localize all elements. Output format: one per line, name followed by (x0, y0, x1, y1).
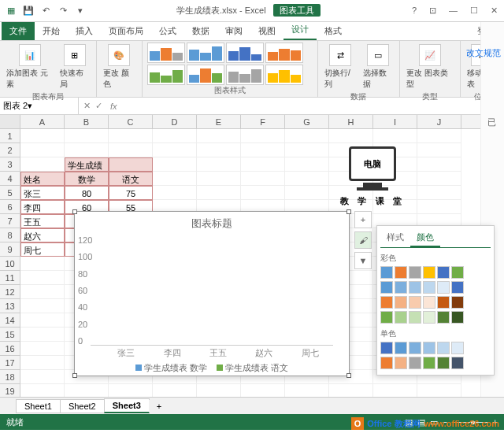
row-header[interactable]: 2 (0, 143, 20, 157)
col-header[interactable]: J (417, 115, 461, 128)
color-swatch[interactable] (437, 281, 450, 294)
color-swatch[interactable] (395, 357, 407, 369)
tab-formulas[interactable]: 公式 (151, 22, 184, 40)
cell[interactable] (20, 299, 65, 313)
color-swatch[interactable] (409, 311, 421, 324)
cell[interactable] (241, 157, 285, 172)
color-swatch[interactable] (395, 281, 407, 294)
color-swatch[interactable] (409, 266, 421, 279)
cell[interactable] (109, 143, 153, 157)
tab-view[interactable]: 视图 (250, 22, 284, 40)
style-thumb-5[interactable] (147, 65, 185, 85)
cell[interactable] (20, 157, 65, 172)
color-swatch[interactable] (380, 357, 393, 369)
cell[interactable] (109, 384, 153, 397)
style-thumb-7[interactable] (226, 65, 264, 85)
row-header[interactable]: 15 (0, 328, 20, 342)
enter-formula-icon[interactable]: ✓ (95, 101, 102, 111)
row-header[interactable]: 1 (0, 129, 20, 143)
row-header[interactable]: 5 (0, 186, 20, 200)
col-header[interactable]: F (241, 115, 285, 128)
cell[interactable] (329, 129, 373, 143)
switch-row-col-button[interactable]: ⇄ 切换行/列 (323, 43, 358, 91)
cell[interactable]: 80 (65, 186, 109, 200)
chart-styles-gallery[interactable] (147, 43, 313, 85)
side-link[interactable]: 改文规范 (466, 47, 501, 59)
col-header[interactable]: E (197, 115, 241, 128)
cell[interactable] (197, 186, 241, 200)
row-header[interactable]: 8 (0, 228, 20, 242)
style-thumb-4[interactable] (265, 43, 303, 63)
cell[interactable] (417, 384, 461, 397)
cell[interactable] (20, 328, 65, 342)
row-header[interactable]: 16 (0, 342, 20, 356)
resize-handle[interactable] (346, 373, 351, 378)
chart-legend[interactable]: 学生成绩表 数学学生成绩表 语文 (75, 359, 349, 377)
cell[interactable] (153, 186, 197, 200)
cancel-formula-icon[interactable]: ✕ (83, 101, 91, 111)
row-header[interactable]: 9 (0, 242, 20, 257)
cell[interactable]: 张三 (20, 186, 65, 200)
color-swatch[interactable] (423, 311, 435, 324)
cell[interactable] (153, 384, 197, 397)
row-header[interactable]: 14 (0, 313, 20, 328)
row-header[interactable]: 18 (0, 370, 20, 384)
chart-plot-area[interactable]: 020406080100120 (75, 235, 349, 346)
cell[interactable] (197, 157, 241, 172)
cell[interactable] (20, 257, 65, 271)
tab-review[interactable]: 审阅 (217, 22, 250, 40)
color-swatch[interactable] (423, 357, 435, 369)
col-header[interactable]: A (20, 115, 65, 128)
color-swatch[interactable] (437, 357, 450, 369)
cell[interactable] (20, 356, 65, 370)
col-header[interactable]: D (153, 115, 197, 128)
sheet-tab-3[interactable]: Sheet3 (104, 398, 150, 413)
change-chart-type-button[interactable]: 📈 更改 图表类型 (405, 43, 455, 91)
quick-layout-button[interactable]: ⊞ 快速布局 (58, 43, 91, 91)
cell[interactable]: 姓名 (20, 172, 65, 186)
chart-elements-button[interactable]: + (354, 211, 372, 228)
redo-icon[interactable]: ↷ (55, 3, 71, 19)
cell[interactable] (241, 143, 285, 157)
pane-tab-color[interactable]: 颜色 (410, 229, 440, 247)
add-sheet-button[interactable]: + (149, 400, 169, 413)
cell[interactable] (197, 384, 241, 397)
ribbon-options-icon[interactable]: ⊡ (426, 4, 439, 17)
cell[interactable] (197, 143, 241, 157)
row-header[interactable]: 6 (0, 200, 20, 214)
color-swatch[interactable] (451, 266, 464, 279)
worksheet-grid[interactable]: A B C D E F G H I J 123学生成绩表4姓名数学语文5张三80… (0, 115, 504, 397)
cell[interactable] (153, 129, 197, 143)
cell[interactable] (65, 384, 109, 397)
cell[interactable] (285, 143, 329, 157)
cell[interactable] (20, 129, 65, 143)
style-thumb-3[interactable] (226, 43, 264, 63)
help-icon[interactable]: ? (409, 4, 420, 17)
color-swatch[interactable] (380, 311, 393, 324)
color-swatch[interactable] (437, 266, 450, 279)
col-header[interactable]: I (373, 115, 417, 128)
style-thumb-8[interactable] (265, 65, 303, 85)
tab-layout[interactable]: 页面布局 (101, 22, 151, 40)
cell[interactable]: 数学 (65, 172, 109, 186)
resize-handle[interactable] (72, 209, 77, 214)
row-header[interactable]: 7 (0, 214, 20, 228)
cell[interactable]: 王五 (20, 214, 65, 228)
col-header[interactable]: H (329, 115, 373, 128)
cell[interactable]: 75 (109, 186, 153, 200)
cell[interactable] (109, 129, 153, 143)
color-swatch[interactable] (409, 281, 421, 294)
cell[interactable]: 赵六 (20, 228, 65, 242)
color-swatch[interactable] (423, 281, 435, 294)
cell[interactable] (417, 200, 461, 214)
row-header[interactable]: 17 (0, 356, 20, 370)
row-header[interactable]: 10 (0, 257, 20, 271)
color-swatch[interactable] (437, 311, 450, 324)
chart-object[interactable]: 图表标题 020406080100120 张三李四王五赵六周七 学生成绩表 数学… (74, 211, 350, 376)
tab-home[interactable]: 开始 (35, 22, 68, 40)
color-swatch[interactable] (437, 342, 450, 354)
cell[interactable] (20, 143, 65, 157)
color-swatch[interactable] (395, 342, 407, 354)
cell[interactable]: 李四 (20, 200, 65, 214)
resize-handle[interactable] (72, 373, 77, 378)
